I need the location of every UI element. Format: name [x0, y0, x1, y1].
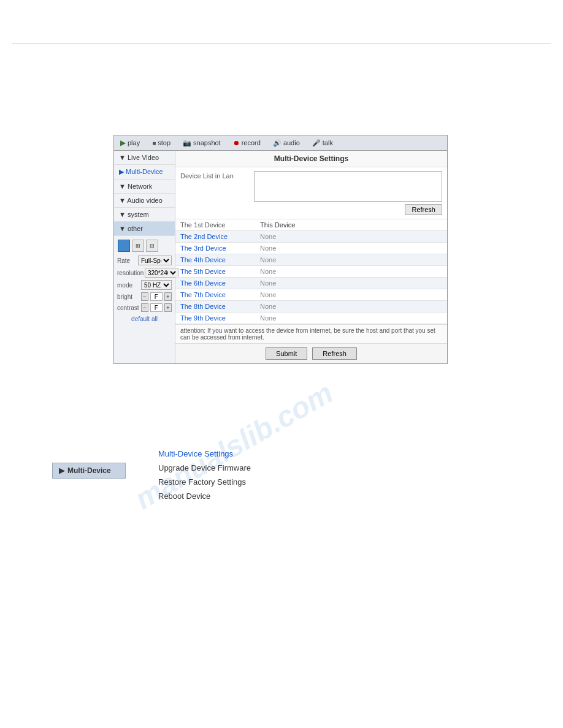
device-value-2: None	[255, 243, 447, 254]
rate-label: Rate	[117, 257, 136, 264]
device-name-5[interactable]: The 6th Device	[175, 278, 255, 289]
submit-button[interactable]: Submit	[266, 347, 307, 360]
attention-note: attention: If you want to access the dev…	[175, 324, 447, 343]
rate-row: Rate Full-Spee	[114, 254, 175, 267]
device-name-0: The 1st Device	[175, 219, 255, 231]
device-value-6: None	[255, 289, 447, 301]
talk-button[interactable]: 🎤 talk	[306, 136, 339, 150]
device-name-2[interactable]: The 3rd Device	[175, 243, 255, 254]
device-value-8: None	[255, 313, 447, 324]
device-value-1: None	[255, 231, 447, 243]
sidebar-item-live-video[interactable]: ▼ Live Video	[114, 151, 175, 165]
device-name-3[interactable]: The 4th Device	[175, 254, 255, 266]
menu-item-upgrade-firmware[interactable]: Upgrade Device Firmware	[158, 461, 251, 474]
sidebar-item-network[interactable]: ▼ Network	[114, 180, 175, 194]
bright-row: bright − +	[114, 291, 175, 302]
menu-item-restore-factory[interactable]: Restore Factory Settings	[158, 476, 251, 488]
snapshot-label: snapshot	[193, 139, 221, 146]
audio-label: audio	[283, 139, 300, 146]
device-value-3: None	[255, 254, 447, 266]
contrast-plus[interactable]: +	[164, 303, 172, 312]
rate-select[interactable]: Full-Spee	[138, 256, 172, 265]
audio-button[interactable]: 🔊 audio	[267, 136, 306, 150]
view-icons-row: ⊞ ⊟	[114, 236, 175, 254]
bottom-buttons: Submit Refresh	[175, 343, 447, 363]
play-button[interactable]: ▶ play	[114, 135, 146, 150]
panel-title: Multi-Device Settings	[175, 151, 447, 167]
toolbar: ▶ play ■ stop 📷 snapshot ⏺ record 🔊 audi…	[114, 135, 447, 151]
play-label: play	[128, 139, 140, 146]
resolution-label: resolution	[117, 270, 143, 276]
multi-device-btn-arrow: ▶	[59, 466, 64, 475]
snapshot-button[interactable]: 📷 snapshot	[177, 136, 227, 150]
lower-multi-device-btn[interactable]: ▶ Multi-Device	[52, 463, 126, 479]
bright-plus[interactable]: +	[164, 292, 172, 301]
snapshot-icon: 📷	[183, 139, 191, 147]
device-name-1[interactable]: The 2nd Device	[175, 231, 255, 243]
view-single-icon[interactable]	[118, 240, 130, 252]
default-all-link[interactable]: default all	[114, 313, 175, 325]
device-name-6[interactable]: The 7th Device	[175, 289, 255, 301]
sidebar-item-system[interactable]: ▼ system	[114, 208, 175, 222]
bright-value[interactable]	[150, 292, 163, 301]
record-icon: ⏺	[233, 139, 240, 146]
body-row: ▼ Live Video ▶ Multi-Device ▼ Network ▼ …	[114, 151, 447, 363]
left-sidebar: ▼ Live Video ▶ Multi-Device ▼ Network ▼ …	[114, 151, 175, 363]
device-name-4[interactable]: The 5th Device	[175, 266, 255, 278]
ui-panel: ▶ play ■ stop 📷 snapshot ⏺ record 🔊 audi…	[113, 135, 448, 364]
sidebar-item-other[interactable]: ▼ other	[114, 222, 175, 236]
resolution-select[interactable]: 320*240	[145, 268, 178, 278]
device-lan-row: Device List in Lan Refresh	[175, 167, 447, 219]
device-name-7[interactable]: The 8th Device	[175, 301, 255, 313]
device-value-4: None	[255, 266, 447, 278]
device-table: The 1st DeviceThis DeviceThe 2nd DeviceN…	[175, 219, 447, 324]
device-lan-label: Device List in Lan	[180, 171, 254, 180]
sidebar-item-multi-device[interactable]: ▶ Multi-Device	[114, 165, 175, 180]
stop-label: stop	[158, 139, 170, 146]
mode-label: mode	[117, 282, 139, 289]
device-name-8[interactable]: The 9th Device	[175, 313, 255, 324]
audio-icon: 🔊	[273, 139, 282, 147]
sidebar-item-audio-video[interactable]: ▼ Audio video	[114, 194, 175, 208]
bright-minus[interactable]: −	[141, 292, 148, 301]
contrast-row: contrast − +	[114, 302, 175, 313]
stop-button[interactable]: ■ stop	[146, 136, 177, 150]
top-divider	[12, 43, 551, 44]
resolution-row: resolution 320*240	[114, 267, 175, 279]
refresh-button-top[interactable]: Refresh	[405, 204, 442, 215]
mode-row: mode 50 HZ	[114, 279, 175, 291]
bright-label: bright	[117, 294, 139, 300]
talk-icon: 🎤	[312, 139, 321, 147]
talk-label: talk	[323, 139, 333, 146]
record-button[interactable]: ⏺ record	[227, 136, 267, 150]
mode-select[interactable]: 50 HZ	[141, 280, 172, 290]
multi-device-btn-label: Multi-Device	[67, 466, 111, 475]
device-lan-box: Refresh	[254, 171, 442, 215]
right-content: Multi-Device Settings Device List in Lan…	[175, 151, 447, 363]
stop-icon: ■	[152, 140, 156, 146]
contrast-value[interactable]	[150, 303, 163, 312]
lower-menu-list: Multi-Device Settings Upgrade Device Fir…	[158, 447, 251, 502]
record-label: record	[242, 139, 261, 146]
device-value-0: This Device	[255, 219, 447, 231]
play-icon: ▶	[120, 138, 126, 147]
view-quad-icon[interactable]: ⊞	[132, 240, 144, 252]
contrast-label: contrast	[117, 305, 139, 311]
contrast-minus[interactable]: −	[141, 303, 148, 312]
device-value-5: None	[255, 278, 447, 289]
device-lan-textarea[interactable]	[254, 171, 442, 202]
view-multi-icon[interactable]: ⊟	[146, 240, 158, 252]
menu-item-multi-device-settings[interactable]: Multi-Device Settings	[158, 447, 251, 460]
device-value-7: None	[255, 301, 447, 313]
menu-item-reboot-device[interactable]: Reboot Device	[158, 490, 251, 502]
refresh-button-bottom[interactable]: Refresh	[312, 347, 357, 360]
